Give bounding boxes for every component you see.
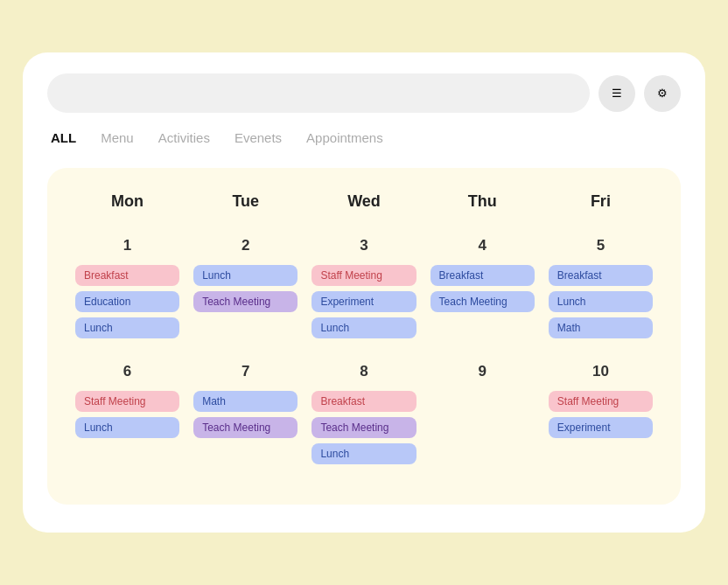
date-number-7: 7 — [193, 363, 298, 380]
event-pill[interactable]: Breakfast — [75, 265, 179, 286]
date-number-2: 2 — [193, 237, 298, 254]
event-pill[interactable]: Teach Meeting — [193, 417, 298, 438]
event-pill[interactable]: Experiment — [549, 417, 653, 438]
date-cell-5[interactable]: 5BreakfastLunchMath — [542, 228, 660, 354]
date-number-10: 10 — [549, 363, 653, 380]
nav-tabs: ALLMenuActivitiesEvenetsAppointmens — [47, 130, 681, 149]
event-pill[interactable]: Lunch — [75, 317, 179, 338]
menu-icon: ☰ — [612, 87, 622, 100]
nav-tab-evenets[interactable]: Evenets — [234, 130, 282, 149]
date-cell-1[interactable]: 1BreakfastEducationLunch — [68, 228, 186, 354]
nav-tab-all[interactable]: ALL — [51, 130, 76, 149]
nav-tab-appointmens[interactable]: Appointmens — [306, 130, 383, 149]
event-pill[interactable]: Teach Meeting — [430, 291, 535, 312]
day-header-fri: Fri — [542, 192, 660, 228]
calendar-card: MonTueWedThuFri1BreakfastEducationLunch2… — [47, 168, 681, 505]
event-pill[interactable]: Lunch — [75, 417, 179, 438]
settings-button[interactable]: ⚙ — [644, 75, 681, 112]
date-number-5: 5 — [549, 237, 653, 254]
event-pill[interactable]: Lunch — [549, 291, 653, 312]
date-cell-6[interactable]: 6Staff MeetingLunch — [68, 354, 186, 480]
date-cell-2[interactable]: 2LunchTeach Meeting — [186, 228, 304, 354]
date-cell-9[interactable]: 9 — [424, 354, 542, 480]
day-header-mon: Mon — [68, 192, 186, 228]
date-number-4: 4 — [430, 237, 535, 254]
top-bar: ☰ ⚙ — [47, 73, 681, 113]
event-pill[interactable]: Staff Meeting — [75, 391, 179, 412]
date-number-6: 6 — [75, 363, 179, 380]
event-pill[interactable]: Teach Meeting — [312, 417, 416, 438]
date-number-8: 8 — [312, 363, 416, 380]
date-cell-3[interactable]: 3Staff MeetingExperimentLunch — [304, 228, 423, 354]
event-pill[interactable]: Experiment — [312, 291, 416, 312]
event-pill[interactable]: Education — [75, 291, 179, 312]
event-pill[interactable]: Math — [549, 317, 653, 338]
event-pill[interactable]: Lunch — [312, 317, 416, 338]
day-header-wed: Wed — [304, 192, 423, 228]
event-pill[interactable]: Staff Meeting — [549, 391, 653, 412]
menu-button[interactable]: ☰ — [598, 75, 635, 112]
settings-icon: ⚙ — [657, 87, 668, 100]
event-pill[interactable]: Teach Meeting — [193, 291, 298, 312]
calendar-grid: MonTueWedThuFri1BreakfastEducationLunch2… — [68, 192, 660, 480]
event-pill[interactable]: Breakfast — [312, 391, 416, 412]
date-number-3: 3 — [312, 237, 416, 254]
event-pill[interactable]: Breakfast — [549, 265, 653, 286]
nav-tab-activities[interactable]: Activities — [158, 130, 210, 149]
date-cell-8[interactable]: 8BreakfastTeach MeetingLunch — [304, 354, 423, 480]
nav-tab-menu[interactable]: Menu — [101, 130, 134, 149]
event-pill[interactable]: Lunch — [312, 443, 416, 464]
search-wrapper — [47, 73, 590, 113]
date-number-9: 9 — [430, 363, 535, 380]
event-pill[interactable]: Breakfast — [430, 265, 535, 286]
date-cell-7[interactable]: 7MathTeach Meeting — [186, 354, 304, 480]
event-pill[interactable]: Math — [193, 391, 298, 412]
search-input[interactable] — [47, 73, 590, 113]
date-number-1: 1 — [75, 237, 179, 254]
event-pill[interactable]: Lunch — [193, 265, 298, 286]
day-header-tue: Tue — [186, 192, 304, 228]
date-cell-10[interactable]: 10Staff MeetingExperiment — [542, 354, 660, 480]
event-pill[interactable]: Staff Meeting — [312, 265, 416, 286]
day-header-thu: Thu — [424, 192, 542, 228]
date-cell-4[interactable]: 4BreakfastTeach Meeting — [424, 228, 542, 354]
main-card: ☰ ⚙ ALLMenuActivitiesEvenetsAppointmens … — [23, 52, 705, 533]
